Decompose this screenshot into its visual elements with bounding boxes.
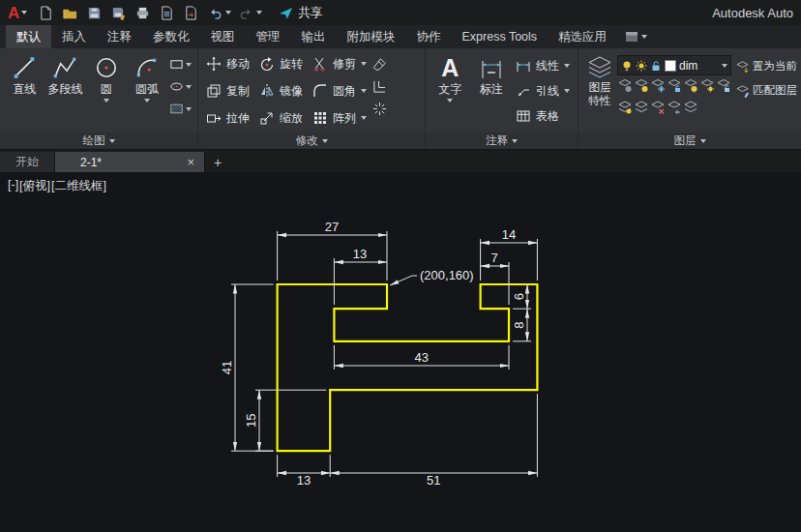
mirror-label: 镜像: [280, 83, 303, 100]
erase-button[interactable]: [372, 57, 387, 72]
dimension-button[interactable]: 标注: [471, 51, 513, 98]
linear-dimension-button[interactable]: 线性: [512, 53, 574, 78]
window-title: Autodesk Auto: [712, 6, 793, 20]
layer-unlock2-icon: [716, 78, 731, 93]
layer-properties-label-2: 特性: [589, 94, 611, 107]
undo-button[interactable]: [205, 4, 224, 22]
file-tab-drawing[interactable]: 2-1* ×: [55, 152, 205, 172]
hatch-button[interactable]: [169, 102, 192, 116]
layer-states-button[interactable]: [683, 100, 698, 118]
file-tab-start[interactable]: 开始: [0, 152, 55, 172]
layer-delete-button[interactable]: [650, 100, 666, 118]
move-button[interactable]: 移动: [202, 51, 253, 76]
linear-label: 线性: [536, 58, 559, 74]
svg-text:14: 14: [502, 227, 516, 242]
chevron-down-icon: [564, 64, 570, 68]
ribbon-tab-parametric[interactable]: 参数化: [142, 25, 200, 48]
save-button[interactable]: [84, 4, 104, 22]
ribbon-display-toggle[interactable]: [617, 25, 655, 48]
ribbon-tab-view[interactable]: 视图: [200, 25, 246, 48]
ribbon-tab-annotate[interactable]: 注释: [97, 25, 142, 48]
line-button[interactable]: 直线: [4, 51, 44, 98]
text-button[interactable]: A 文字: [430, 51, 471, 103]
ellipse-button[interactable]: [169, 79, 192, 94]
ribbon-tab-home[interactable]: 默认: [6, 25, 51, 48]
trim-button[interactable]: 修剪: [309, 51, 371, 76]
panel-footer-layers-label: 图层: [674, 133, 697, 148]
drawing-canvas[interactable]: [-] [俯视] [二维线框] 2713147684341151351(200,…: [0, 172, 801, 532]
layer-on-button[interactable]: [683, 78, 698, 97]
layer-unisolate-button[interactable]: [617, 100, 633, 118]
layer-unlock-button[interactable]: [716, 78, 731, 97]
leader-icon: [516, 83, 531, 99]
match-layer-button[interactable]: 匹配图层: [735, 83, 797, 98]
chevron-down-icon: [186, 85, 192, 89]
polyline-button[interactable]: 多段线: [44, 51, 85, 98]
redo-icon: [239, 6, 253, 20]
redo-button[interactable]: [236, 4, 255, 22]
publish-button[interactable]: [157, 4, 176, 22]
stretch-button[interactable]: 拉伸: [202, 105, 253, 131]
layer-combo[interactable]: dim: [617, 55, 731, 75]
etransmit-button[interactable]: [181, 4, 200, 22]
ribbon-tab-manage[interactable]: 管理: [246, 25, 291, 48]
fillet-button[interactable]: 圆角: [309, 78, 371, 103]
layer-isolate-button[interactable]: [634, 78, 649, 97]
save-as-button[interactable]: [108, 4, 128, 22]
layer-merge-button[interactable]: [634, 100, 649, 118]
close-tab-icon[interactable]: ×: [187, 155, 194, 169]
panel-footer-draw[interactable]: 绘图: [0, 133, 197, 149]
ribbon-tab-featured-apps[interactable]: 精选应用: [548, 25, 617, 48]
mirror-button[interactable]: 镜像: [255, 78, 307, 103]
plot-button[interactable]: [133, 4, 152, 22]
panel-footer-annotation[interactable]: 注释: [426, 133, 578, 149]
table-label: 表格: [536, 108, 559, 125]
layer-freeze-button[interactable]: [650, 78, 666, 97]
hatch-icon: [169, 102, 184, 116]
layer-thaw-icon: [636, 60, 647, 72]
layer-off-button[interactable]: [617, 78, 633, 97]
layer-properties-button[interactable]: 图层 特性: [582, 51, 617, 108]
open-file-button[interactable]: [60, 4, 79, 22]
offset-button[interactable]: [372, 79, 387, 94]
panel-footer-layers[interactable]: 图层: [578, 133, 801, 149]
array-button[interactable]: 阵列: [309, 105, 371, 131]
circle-button[interactable]: 圆: [86, 51, 127, 103]
redo-dropdown-icon[interactable]: [256, 11, 262, 15]
share-button[interactable]: 共享: [279, 5, 322, 21]
open-folder-icon: [63, 6, 77, 20]
ribbon-tab-insert[interactable]: 插入: [51, 25, 97, 48]
viewport-menu-control[interactable]: [-]: [8, 178, 18, 194]
rectangle-button[interactable]: [169, 57, 192, 72]
panel-footer-modify[interactable]: 修改: [198, 133, 425, 149]
layer-properties-icon: [586, 55, 613, 80]
table-button[interactable]: 表格: [512, 103, 574, 129]
svg-text:51: 51: [427, 473, 440, 488]
copy-button[interactable]: 复制: [202, 78, 253, 103]
leader-button[interactable]: 引线: [512, 78, 574, 103]
ribbon-tab-collaborate[interactable]: 协作: [406, 25, 452, 48]
svg-text:13: 13: [297, 473, 311, 488]
scale-button[interactable]: 缩放: [255, 105, 307, 131]
new-drawing-tab-button[interactable]: +: [205, 152, 230, 172]
ribbon-tab-addins[interactable]: 附加模块: [337, 25, 406, 48]
view-control[interactable]: [俯视]: [19, 178, 50, 194]
make-current-button[interactable]: 置为当前: [735, 59, 797, 74]
copy-icon: [206, 83, 222, 99]
layer-previous-button[interactable]: [667, 100, 682, 118]
ribbon-tab-bar: 默认 插入 注释 参数化 视图 管理 输出 附加模块 协作 Express To…: [0, 25, 801, 48]
arc-button[interactable]: 圆弧: [127, 51, 167, 103]
layer-lock-button[interactable]: [667, 78, 682, 97]
explode-button[interactable]: [372, 102, 387, 116]
file-tab-bar: 开始 2-1* × +: [0, 150, 801, 172]
fillet-icon: [312, 83, 328, 99]
rotate-button[interactable]: 旋转: [255, 51, 307, 76]
ribbon-tab-output[interactable]: 输出: [291, 25, 337, 48]
visual-style-control[interactable]: [二维线框]: [51, 178, 106, 194]
undo-dropdown-icon[interactable]: [225, 11, 231, 15]
app-menu-button[interactable]: A: [8, 5, 27, 21]
new-file-button[interactable]: [36, 4, 55, 22]
ribbon-tab-express-tools[interactable]: Express Tools: [452, 25, 549, 48]
explode-icon: [372, 102, 387, 116]
layer-thaw-all-button[interactable]: [699, 78, 715, 97]
